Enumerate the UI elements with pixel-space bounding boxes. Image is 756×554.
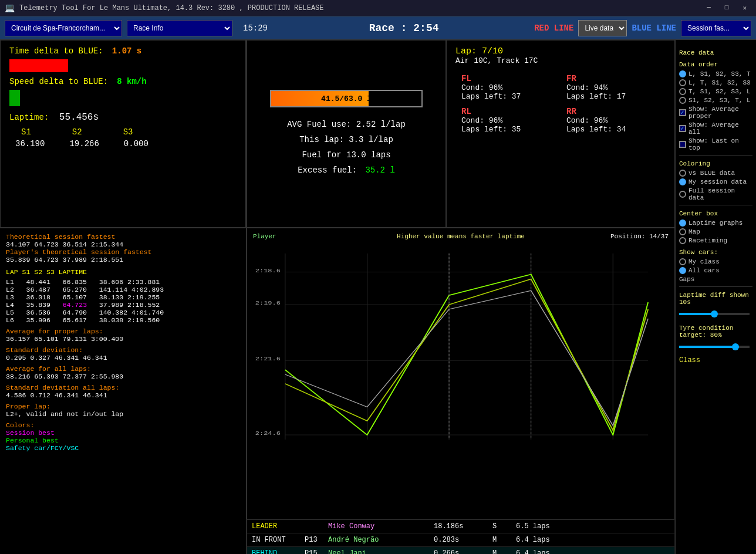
coloring-opt2[interactable]: My session data: [679, 178, 752, 185]
lap-row-l1: L1 48.441 66.835 38.606 2:33.881: [6, 278, 240, 286]
color-session: Session best: [6, 429, 240, 437]
data-order-opt2[interactable]: L, T, S1, S2, S3: [679, 79, 752, 86]
blue-line-label: BLUE LINE: [632, 23, 676, 33]
data-order-label-4: S1, S2, S3, T, L: [689, 97, 751, 104]
app-title: Telemetry Tool For Le Mans Ultimate, 14.…: [19, 4, 702, 12]
data-order-label-3: T, S1, S2, S3, L: [689, 88, 751, 95]
coloring-radio-1[interactable]: [679, 170, 686, 177]
maximize-button[interactable]: □: [720, 3, 734, 13]
center-box-opt3[interactable]: Racetiming: [679, 237, 752, 244]
show-avg-proper-item[interactable]: Show: Average proper: [679, 106, 752, 120]
coloring-radio-3[interactable]: [679, 191, 686, 198]
rl-laps: Laps left: 35: [461, 125, 555, 134]
tyre-target-thumb[interactable]: [732, 343, 739, 350]
data-order-opt3[interactable]: T, S1, S2, S3, L: [679, 88, 752, 95]
sector-headers: S1 S2 S3: [9, 127, 237, 137]
center-box-radio-3[interactable]: [679, 237, 686, 244]
data-order-radio-4[interactable]: [679, 97, 686, 104]
fl-cond: Cond: 96%: [461, 83, 555, 92]
fuel-for-label: Fuel for 13.0 laps: [302, 150, 390, 160]
data-order-opt1[interactable]: L, S1, S2, S3, T: [679, 70, 752, 77]
laptime-diff-slider[interactable]: [679, 313, 750, 315]
right-panel: Race data Data order L, S1, S2, S3, T L,…: [675, 40, 756, 554]
show-avg-proper-checkbox[interactable]: [679, 109, 686, 116]
fr-name: FR: [566, 74, 660, 83]
mid-panel: 41.5/63.0 l AVG Fuel use: 2.52 l/lap Thi…: [247, 40, 675, 554]
main-area: Time delta to BLUE: 1.07 s Speed delta t…: [0, 40, 756, 554]
s3-header: S3: [123, 127, 133, 137]
theory-fastest-label: Theoretical session fastest: [6, 233, 240, 241]
rl-name: RL: [461, 107, 555, 116]
leader-gap: 18.186s: [434, 522, 492, 531]
excess-fuel-row: Excess fuel: 35.2 l: [298, 165, 395, 175]
laptime-diff-label: Laptime diff shown 10s: [679, 292, 752, 306]
svg-text:2:19.6: 2:19.6: [255, 300, 281, 306]
show-last-on-top-item[interactable]: Show: Last on top: [679, 137, 752, 151]
tyre-target-fill: [679, 346, 735, 348]
center-box-opt2[interactable]: Map: [679, 228, 752, 235]
rr-laps: Laps left: 34: [566, 125, 660, 134]
air-track-temp: Air 10C, Track 17C: [455, 56, 666, 65]
tyre-target-slider[interactable]: [679, 346, 750, 348]
theory-player-vals: 35.839 64.723 37.989 2:18.551: [6, 256, 240, 264]
show-avg-all-item[interactable]: Show: Average all: [679, 121, 752, 136]
coloring-opt1[interactable]: vs BLUE data: [679, 170, 752, 177]
fr-cond: Cond: 94%: [566, 83, 660, 92]
center-box-label: Center box: [679, 210, 752, 217]
minimize-button[interactable]: ─: [702, 3, 716, 13]
s3-value: 0.000: [124, 139, 148, 148]
show-cars-radio-1[interactable]: [679, 258, 686, 265]
leader-tyre: S: [492, 522, 516, 531]
show-last-on-top-checkbox[interactable]: [679, 141, 686, 148]
data-order-radio-1[interactable]: [679, 70, 686, 77]
toolbar: Circuit de Spa-Francorcham... Race Info …: [0, 16, 756, 40]
coloring-radio-2[interactable]: [679, 178, 686, 185]
infront-gap: 0.283s: [434, 536, 492, 544]
tyre-target-slider-container: [679, 341, 752, 353]
data-order-radio-3[interactable]: [679, 88, 686, 95]
excess-label: Excess fuel:: [298, 165, 357, 175]
titlebar: 💻 Telemetry Tool For Le Mans Ultimate, 1…: [0, 0, 756, 16]
coloring-label-2: My session data: [689, 178, 747, 185]
show-cars-opt2[interactable]: All cars: [679, 267, 752, 274]
laptime-diff-thumb[interactable]: [711, 310, 718, 317]
circuit-select[interactable]: Circuit de Spa-Francorcham...: [5, 20, 122, 36]
svg-text:2:21.6: 2:21.6: [255, 356, 281, 362]
lb-row-behind: BEHIND P15 Neel Jani 0.266s M 6.4 laps: [247, 547, 674, 554]
header-text: LAP S1 S2 S3 LAPTIME: [6, 268, 87, 276]
excess-val: 35.2 l: [365, 165, 394, 175]
fr-laps: Laps left: 17: [566, 92, 660, 101]
lap-row-l3: L3 36.018 65.107 38.130 2:19.255: [6, 293, 240, 301]
show-cars-label: Show cars:: [679, 249, 752, 256]
data-order-label-2: L, T, S1, S2, S3: [689, 79, 751, 86]
coloring-opt3[interactable]: Full session data: [679, 187, 752, 201]
data-order-opt4[interactable]: S1, S2, S3, T, L: [679, 97, 752, 104]
show-cars-opt1[interactable]: My class: [679, 258, 752, 265]
divider-2: [679, 205, 752, 205]
tyre-rl: RL Cond: 96% Laps left: 35: [455, 104, 561, 137]
close-button[interactable]: ✕: [738, 3, 751, 13]
lap-rows: L1 48.441 66.835 38.606 2:33.881 L2 36.4…: [6, 278, 240, 324]
class-label: Class: [679, 356, 752, 364]
std-dev-label: Standard deviation:: [6, 346, 240, 354]
leader-name: Mike Conway: [328, 522, 434, 531]
live-data-select[interactable]: Live data: [578, 20, 627, 36]
rr-name: RR: [566, 107, 660, 116]
center-box-opt1[interactable]: Laptime graphs: [679, 219, 752, 227]
laptime-chart: 2:18.6 2:19.6 2:21.6 2:24.6: [250, 244, 671, 458]
behind-fuel: 6.4 laps: [516, 549, 563, 554]
show-avg-all-checkbox[interactable]: [679, 125, 686, 132]
session-select[interactable]: Session fas...: [681, 20, 751, 36]
race-info-select[interactable]: Race Info: [127, 20, 232, 36]
lap-table-header: LAP S1 S2 S3 LAPTIME: [6, 268, 240, 276]
data-order-radio-2[interactable]: [679, 79, 686, 86]
chart-area: Player Higher value means faster laptime…: [247, 228, 675, 519]
red-line-label: RED LINE: [534, 23, 573, 33]
show-cars-radio-2[interactable]: [679, 267, 686, 274]
coloring-label: Coloring: [679, 160, 752, 167]
show-last-on-top-label: Show: Last on top: [689, 137, 752, 151]
speed-delta-bar: [9, 90, 20, 106]
show-avg-all-label: Show: Average all: [689, 121, 752, 136]
center-box-radio-1[interactable]: [679, 219, 686, 227]
center-box-radio-2[interactable]: [679, 228, 686, 235]
